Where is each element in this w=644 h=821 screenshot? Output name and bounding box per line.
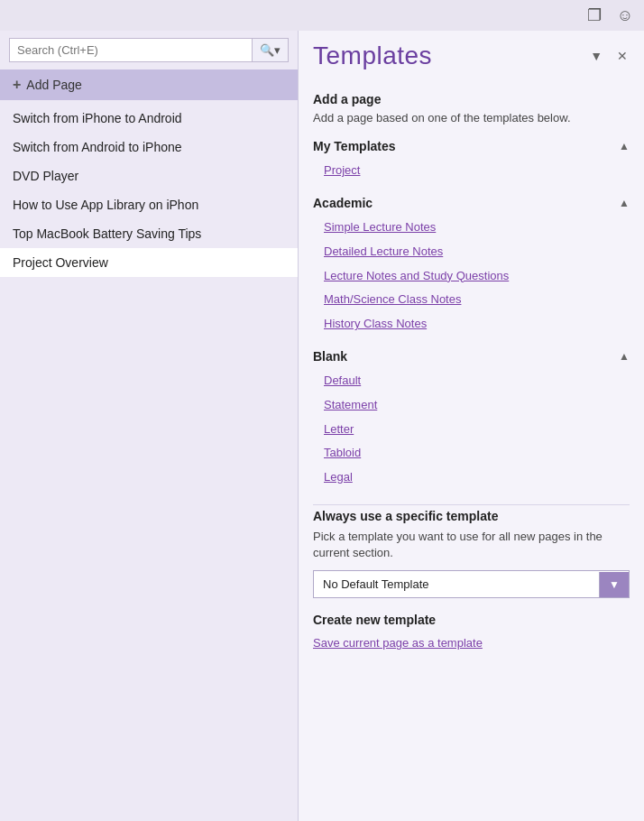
my-templates-header: My Templates ▲ — [313, 139, 630, 153]
sidebar: 🔍▾ + Add Page Switch from iPhone to Andr… — [0, 31, 298, 821]
panel-title: Templates — [313, 42, 432, 70]
search-button[interactable]: 🔍▾ — [252, 39, 288, 61]
plus-icon: + — [13, 77, 21, 93]
template-link-detailed-lecture[interactable]: Detailed Lecture Notes — [313, 240, 630, 264]
template-link-history[interactable]: History Class Notes — [313, 312, 630, 337]
my-templates-label: My Templates — [313, 139, 396, 153]
template-dropdown-wrapper: No Default Template Project Simple Lectu… — [313, 570, 630, 598]
top-bar: ❐ ☺ — [0, 0, 644, 31]
template-link-project[interactable]: Project — [313, 159, 630, 183]
create-template-heading: Create new template — [313, 613, 630, 627]
blank-label: Blank — [313, 349, 347, 364]
list-item-active[interactable]: Project Overview — [0, 248, 298, 277]
list-item[interactable]: How to Use App Library on iPhon — [0, 190, 298, 219]
template-link-tabloid[interactable]: Tabloid — [313, 441, 630, 466]
main-layout: 🔍▾ + Add Page Switch from iPhone to Andr… — [0, 31, 644, 821]
template-link-lecture-study[interactable]: Lecture Notes and Study Questions — [313, 264, 630, 289]
always-use-heading: Always use a specific template — [313, 509, 630, 523]
list-item[interactable]: Switch from Android to iPhone — [0, 133, 298, 161]
add-page-heading: Add a page — [313, 92, 630, 106]
add-page-button[interactable]: + Add Page — [0, 69, 298, 100]
panel-header: Templates ▼ ✕ — [299, 31, 644, 78]
save-current-page-link[interactable]: Save current page as a template — [313, 634, 630, 651]
my-templates-chevron[interactable]: ▲ — [619, 140, 630, 152]
list-item[interactable]: Top MacBook Battery Saving Tips — [0, 219, 298, 248]
list-item[interactable]: Switch from iPhone to Android — [0, 104, 298, 133]
always-use-desc: Pick a template you want to use for all … — [313, 529, 630, 561]
create-template-section: Create new template Save current page as… — [313, 613, 630, 651]
dropdown-chevron-icon[interactable]: ▼ — [588, 47, 604, 65]
page-list: Switch from iPhone to Android Switch fro… — [0, 104, 298, 821]
academic-header: Academic ▲ — [313, 196, 630, 210]
right-panel: Templates ▼ ✕ Add a page Add a page base… — [298, 31, 644, 821]
academic-chevron[interactable]: ▲ — [619, 197, 630, 209]
add-page-desc: Add a page based on one of the templates… — [313, 110, 630, 126]
dropdown-arrow-icon[interactable]: ▼ — [599, 572, 629, 597]
search-bar: 🔍▾ — [9, 38, 289, 62]
panel-header-icons: ▼ ✕ — [588, 47, 630, 65]
divider — [313, 504, 630, 505]
template-link-legal[interactable]: Legal — [313, 466, 630, 490]
panel-body: Add a page Add a page based on one of th… — [299, 78, 644, 821]
template-link-statement[interactable]: Statement — [313, 393, 630, 418]
template-link-default[interactable]: Default — [313, 369, 630, 393]
copy-icon[interactable]: ❐ — [584, 5, 604, 25]
smiley-icon[interactable]: ☺ — [615, 5, 635, 25]
template-link-math-science[interactable]: Math/Science Class Notes — [313, 288, 630, 312]
search-input[interactable] — [10, 39, 252, 61]
blank-chevron[interactable]: ▲ — [619, 350, 630, 363]
template-dropdown[interactable]: No Default Template Project Simple Lectu… — [314, 571, 599, 597]
template-link-simple-lecture[interactable]: Simple Lecture Notes — [313, 216, 630, 240]
add-page-label: Add Page — [26, 78, 82, 92]
close-icon[interactable]: ✕ — [615, 47, 630, 65]
list-item[interactable]: DVD Player — [0, 161, 298, 190]
template-link-letter[interactable]: Letter — [313, 418, 630, 442]
always-use-section: Always use a specific template Pick a te… — [313, 509, 630, 598]
academic-label: Academic — [313, 196, 373, 210]
blank-header: Blank ▲ — [313, 349, 630, 364]
